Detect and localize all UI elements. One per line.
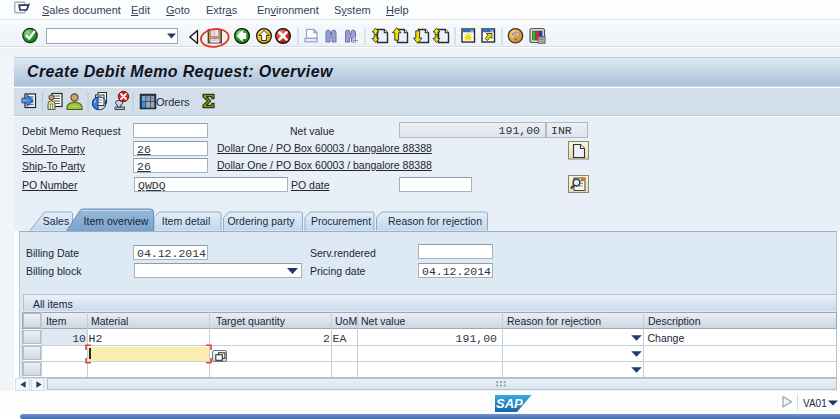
svg-text:?: ? (511, 29, 519, 44)
svg-text:SAP: SAP (496, 396, 523, 411)
